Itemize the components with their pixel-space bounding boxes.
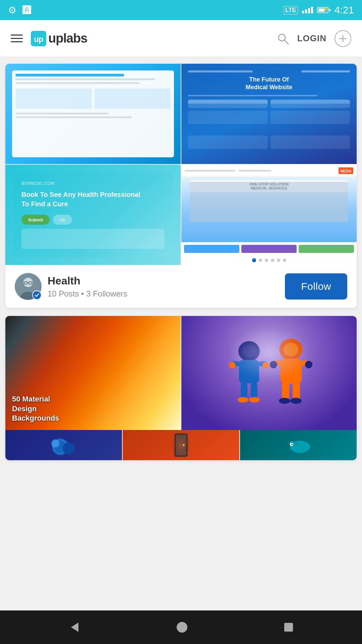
svg-point-21: [249, 397, 260, 402]
search-icon: [277, 32, 289, 45]
material-bottom-row: [5, 430, 357, 460]
svg-point-43: [291, 444, 293, 445]
logo-icon: up: [31, 31, 46, 46]
bottom-nav: [0, 610, 362, 644]
material-image-title: 50 MaterialDesignBackgrounds: [12, 394, 59, 423]
svg-marker-44: [71, 623, 78, 632]
status-bar-left: ⚙ 🅰: [8, 5, 31, 16]
health-grid-image-1: [5, 64, 181, 164]
lte-indicator: LTE: [284, 6, 298, 14]
svg-rect-46: [284, 623, 293, 632]
hamburger-icon: [11, 35, 23, 42]
battery-indicator: ⚡: [317, 7, 330, 13]
bottom-img-1: [5, 430, 122, 460]
hamburger-menu-button[interactable]: [11, 35, 23, 42]
health-grid-image-3: BIOMEDIC.COM Book To See Any Health Prof…: [5, 165, 181, 265]
material-collection-card: 50 MaterialDesignBackgrounds: [5, 316, 357, 460]
nav-bar: up uplabs LOGIN: [0, 20, 362, 57]
svg-line-3: [284, 40, 288, 44]
add-icon: [338, 34, 348, 43]
health-image-grid: The Future OfMedical Website: [5, 64, 357, 265]
nav-right: LOGIN: [277, 30, 351, 47]
settings-icon: ⚙: [8, 5, 16, 16]
svg-rect-40: [171, 432, 191, 459]
avatar-container: [15, 273, 42, 300]
login-button[interactable]: LOGIN: [297, 33, 326, 44]
status-bar: ⚙ 🅰 LTE ⚡ 4:21: [0, 0, 362, 20]
svg-rect-27: [282, 381, 289, 400]
logo-text: uplabs: [48, 31, 87, 46]
svg-point-32: [290, 398, 302, 404]
author-info: Health 10 Posts • 3 Followers: [48, 275, 127, 299]
health-collection-card: The Future OfMedical Website: [5, 64, 357, 308]
signal-bars: [302, 7, 313, 13]
verified-badge: [32, 290, 42, 300]
status-time: 4:21: [335, 4, 354, 16]
logo: up uplabs: [31, 31, 87, 46]
author-section: Health 10 Posts • 3 Followers: [15, 273, 127, 300]
back-button[interactable]: [68, 621, 81, 634]
collection-title: Health: [48, 275, 127, 287]
material-grid-image-1: 50 MaterialDesignBackgrounds: [5, 316, 181, 430]
home-button[interactable]: [176, 621, 188, 633]
svg-point-7: [23, 278, 33, 287]
svg-rect-17: [251, 382, 257, 399]
search-button[interactable]: [277, 32, 289, 45]
material-grid-image-2: [181, 316, 357, 430]
collection-meta: 10 Posts • 3 Followers: [48, 289, 127, 299]
svg-rect-28: [293, 381, 300, 400]
recents-button[interactable]: [283, 622, 294, 633]
status-bar-right: LTE ⚡ 4:21: [284, 4, 354, 16]
bottom-img-2: [123, 430, 239, 460]
svg-point-31: [279, 398, 290, 404]
accessibility-icon: 🅰: [22, 5, 31, 15]
svg-point-36: [51, 439, 59, 447]
material-image-grid: 50 MaterialDesignBackgrounds: [5, 316, 357, 430]
svg-rect-16: [241, 382, 247, 399]
svg-text:up: up: [34, 35, 43, 44]
nav-left: up uplabs: [11, 31, 87, 46]
health-grid-image-2: The Future OfMedical Website: [181, 64, 357, 164]
bottom-img-3: [240, 430, 357, 460]
health-card-footer: Health 10 Posts • 3 Followers Follow: [5, 265, 357, 308]
svg-point-45: [177, 622, 187, 633]
add-button[interactable]: [335, 30, 351, 47]
main-content: The Future OfMedical Website: [0, 57, 362, 467]
follow-button[interactable]: Follow: [285, 273, 347, 300]
health-grid-image-4: MEDIA ONE-STOP SOLUTIONMEDICAL SERVICES: [181, 165, 357, 265]
svg-point-20: [238, 397, 248, 402]
svg-point-35: [63, 442, 75, 454]
